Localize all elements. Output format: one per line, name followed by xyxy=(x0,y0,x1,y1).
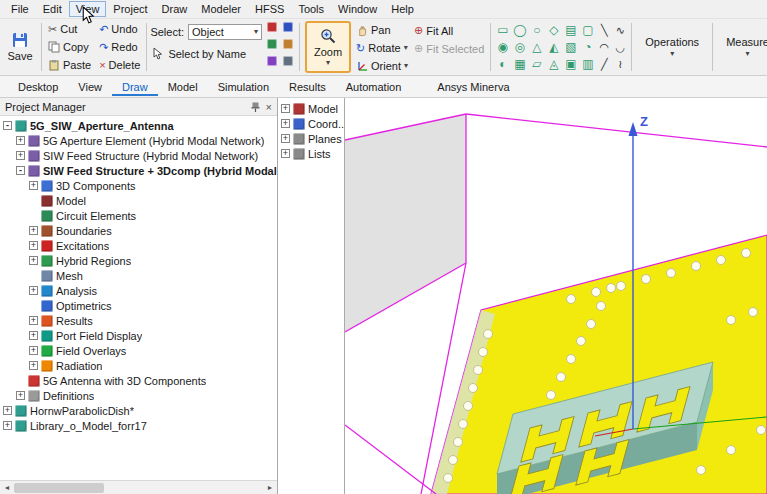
draw-box-icon[interactable]: ▤ xyxy=(565,22,576,39)
measure-button[interactable]: Measure ▾ xyxy=(716,20,767,74)
tree-item[interactable]: + Hybrid Regions xyxy=(0,253,277,268)
tree-item[interactable]: + Library_o_Model_forr17 xyxy=(0,418,277,433)
expander-icon[interactable]: + xyxy=(3,406,12,415)
scroll-left-icon[interactable]: ◄ xyxy=(0,484,14,491)
draw-ellipse-icon[interactable]: ◯ xyxy=(513,22,526,39)
draw-circle-icon[interactable]: ○ xyxy=(533,22,540,39)
expander-icon[interactable]: + xyxy=(29,316,38,325)
delete-button[interactable]: ×Delete xyxy=(96,57,143,74)
expander-icon[interactable]: - xyxy=(3,121,12,130)
copy-button[interactable]: Copy xyxy=(45,39,94,56)
expander-icon[interactable]: + xyxy=(29,226,38,235)
tree-item[interactable]: + Results xyxy=(0,313,277,328)
tree-item[interactable]: + Port Field Display xyxy=(0,328,277,343)
equation-curve-icon[interactable]: ≀ xyxy=(618,56,622,73)
tree-item[interactable]: Optimetrics xyxy=(0,298,277,313)
tree-item[interactable]: + Excitations xyxy=(0,238,277,253)
modeler-3d-canvas[interactable]: Z xyxy=(345,98,767,494)
expander-icon[interactable]: + xyxy=(29,241,38,250)
draw-polygon-icon[interactable]: ◇ xyxy=(549,22,558,39)
ribbon-tab[interactable]: Automation xyxy=(336,78,412,96)
undo-button[interactable]: ↶Undo xyxy=(96,21,143,38)
menu-item[interactable]: Window xyxy=(331,1,384,17)
arc-3point-icon[interactable]: ◡ xyxy=(616,39,626,56)
close-icon[interactable]: × xyxy=(266,101,272,113)
draw-polyhedron-icon[interactable]: ▦ xyxy=(514,56,525,73)
menu-item[interactable]: Project xyxy=(106,1,154,17)
fit-selected-button[interactable]: ⊕ Fit Selected xyxy=(411,40,487,57)
select-vertex-icon[interactable] xyxy=(283,39,293,49)
tree-item[interactable]: 5G Antenna with 3D Components xyxy=(0,373,277,388)
select-face-icon[interactable] xyxy=(283,22,293,32)
menu-item[interactable]: Edit xyxy=(36,1,69,17)
tree-item[interactable]: + Definitions xyxy=(0,388,277,403)
expander-icon[interactable]: + xyxy=(29,361,38,370)
expander-icon[interactable]: + xyxy=(29,256,38,265)
cut-button[interactable]: ✂Cut xyxy=(45,21,94,38)
ribbon-tab[interactable]: Ansys Minerva xyxy=(427,78,519,96)
expander-icon[interactable]: + xyxy=(29,346,38,355)
model-tree-item[interactable]: + Lists xyxy=(278,146,344,161)
model-tree-item[interactable]: + Coord... xyxy=(278,116,344,131)
scrollbar-thumb[interactable] xyxy=(14,483,104,493)
draw-cone-icon[interactable]: △ xyxy=(532,39,541,56)
tree-item[interactable]: + Field Overlays xyxy=(0,343,277,358)
expander-icon[interactable]: + xyxy=(29,181,38,190)
select-edge-icon[interactable] xyxy=(267,39,277,49)
expander-icon[interactable]: - xyxy=(16,166,25,175)
menu-item[interactable]: View xyxy=(69,1,107,17)
tree-item[interactable]: Model xyxy=(0,193,277,208)
zoom-button[interactable]: Zoom ▾ xyxy=(305,21,351,73)
model-tree-item[interactable]: + Model xyxy=(278,101,344,116)
draw-sphere-icon[interactable]: ◉ xyxy=(498,39,508,56)
tree-item[interactable]: + Radiation xyxy=(0,358,277,373)
scrollbar-track[interactable] xyxy=(14,481,263,494)
menu-item[interactable]: File xyxy=(4,1,36,17)
expander-icon[interactable]: + xyxy=(16,151,25,160)
tree-item[interactable]: + 5G Aperture Element (Hybrid Modal Netw… xyxy=(0,133,277,148)
orient-button[interactable]: Orient ▾ xyxy=(353,57,411,74)
pan-button[interactable]: Pan xyxy=(353,22,411,39)
rotate-button[interactable]: ↻ Rotate ▾ xyxy=(353,40,411,57)
expander-icon[interactable]: + xyxy=(281,134,290,143)
expander-icon[interactable]: + xyxy=(16,136,25,145)
ribbon-tab[interactable]: Desktop xyxy=(8,78,68,96)
draw-cylinder-icon[interactable]: ▢ xyxy=(582,22,593,39)
expander-icon[interactable]: + xyxy=(281,119,290,128)
tree-item[interactable]: + HornwParabolicDish* xyxy=(0,403,277,418)
draw-rectangle-icon[interactable]: ▭ xyxy=(497,22,508,39)
draw-revolve-icon[interactable]: ◬ xyxy=(549,56,558,73)
tree-item[interactable]: - 5G_SIW_Aperture_Antenna xyxy=(0,118,277,133)
operations-button[interactable]: Operations ▾ xyxy=(635,20,709,74)
tree-item[interactable]: - SIW Feed Structure + 3Dcomp (Hybrid Mo… xyxy=(0,163,277,178)
menu-item[interactable]: Tools xyxy=(291,1,331,17)
select-multi-icon[interactable] xyxy=(267,56,277,66)
fit-all-button[interactable]: ⊕ Fit All xyxy=(411,22,487,39)
spline-icon[interactable]: ∿ xyxy=(616,22,625,39)
menu-item[interactable]: Modeler xyxy=(194,1,248,17)
draw-sweep-icon[interactable]: ▱ xyxy=(532,56,541,73)
ribbon-tab[interactable]: Model xyxy=(158,78,208,96)
draw-plane-icon[interactable]: ▥ xyxy=(582,56,593,73)
tree-item[interactable]: Mesh xyxy=(0,268,277,283)
tree-item[interactable]: Circuit Elements xyxy=(0,208,277,223)
expander-icon[interactable]: + xyxy=(29,286,38,295)
expander-icon[interactable]: + xyxy=(281,104,290,113)
draw-helix-icon[interactable]: ◔ xyxy=(584,39,591,56)
menu-item[interactable]: Help xyxy=(384,1,421,17)
expander-icon[interactable]: + xyxy=(3,421,12,430)
model-tree-item[interactable]: + Planes xyxy=(278,131,344,146)
expander-icon[interactable]: + xyxy=(281,149,290,158)
ribbon-tab[interactable]: View xyxy=(68,78,112,96)
line-segment-icon[interactable]: ╲ xyxy=(601,22,608,39)
ribbon-tab[interactable]: Draw xyxy=(112,78,158,96)
horizontal-scrollbar[interactable]: ◄ ► xyxy=(0,480,277,494)
scroll-right-icon[interactable]: ► xyxy=(263,484,277,491)
redo-button[interactable]: ↷Redo xyxy=(96,39,143,56)
tree-item[interactable]: + Analysis xyxy=(0,283,277,298)
draw-prism-icon[interactable]: ▧ xyxy=(565,39,576,56)
tree-item[interactable]: + 3D Components xyxy=(0,178,277,193)
draw-point-icon[interactable]: ▣ xyxy=(565,56,576,73)
select-object-icon[interactable] xyxy=(267,22,277,32)
expander-icon[interactable]: + xyxy=(16,391,25,400)
